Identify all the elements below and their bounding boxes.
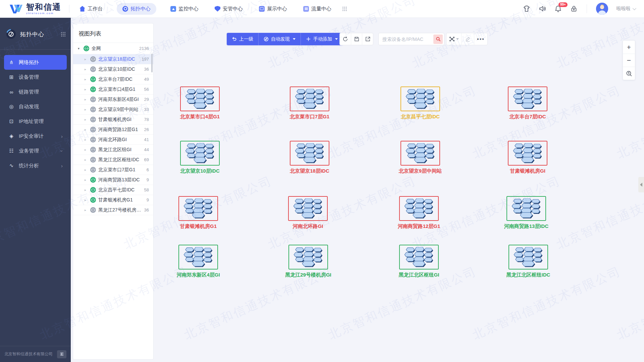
business-management-icon: ☷ bbox=[8, 148, 15, 154]
sidebar-item[interactable]: ⋔ 网络拓扑 › bbox=[4, 55, 67, 70]
caret-right-icon[interactable] bbox=[85, 98, 88, 101]
tree-item[interactable]: 北京望京9层中间站 33 bbox=[73, 105, 153, 115]
view-list-panel: 视图列表 全网 2136 北京望京18层IDC 197 北京望京10层IDC 3… bbox=[73, 23, 154, 360]
theme-skin-icon[interactable] bbox=[523, 5, 530, 12]
flow-center-icon bbox=[303, 6, 309, 12]
nav-menu-item[interactable]: 监控中心 bbox=[168, 3, 201, 15]
sidebar-apps-grid-icon[interactable] bbox=[61, 32, 65, 37]
tree-item[interactable]: 北京丰台7层IDC 49 bbox=[73, 74, 153, 84]
tree-item[interactable]: 黑龙江北区组GI 44 bbox=[73, 145, 153, 155]
broadcast-speaker-icon[interactable] bbox=[539, 5, 546, 12]
topology-node[interactable]: 河南商贸路13层IDC bbox=[496, 196, 556, 230]
tree-item[interactable]: 甘肃银滩机房GI 78 bbox=[73, 115, 153, 125]
topology-node[interactable]: 北京望京18层IDC bbox=[279, 141, 340, 174]
view-count: 2136 bbox=[139, 46, 149, 51]
topology-canvas[interactable]: 上一级 自动发现 手动添加 bbox=[154, 18, 644, 362]
collapse-sidebar-button[interactable] bbox=[57, 350, 66, 358]
caret-right-icon[interactable] bbox=[85, 128, 88, 131]
nav-menu-item[interactable]: 拓扑中心 bbox=[117, 3, 156, 15]
zoom-reset-button[interactable] bbox=[623, 67, 635, 80]
caret-right-icon[interactable] bbox=[85, 108, 88, 111]
lock-icon[interactable] bbox=[570, 5, 578, 12]
view-name: 黑龙江27号楼机房G1 bbox=[98, 207, 142, 213]
caret-right-icon[interactable] bbox=[85, 118, 88, 121]
tree-item[interactable]: 北京望京10层IDC 36 bbox=[73, 64, 153, 74]
view-globe-icon bbox=[90, 86, 96, 92]
logo-subtitle: zhtelecom.com bbox=[26, 12, 61, 15]
tree-item[interactable]: 北京昌平七层IDC 58 bbox=[73, 185, 153, 195]
caret-right-icon[interactable] bbox=[85, 158, 88, 162]
sidebar-item[interactable]: ☷ 业务管理 › bbox=[4, 143, 67, 158]
user-avatar[interactable] bbox=[596, 3, 608, 15]
caret-right-icon[interactable] bbox=[85, 138, 88, 141]
topology-node[interactable]: 北京望京10层IDC bbox=[170, 141, 230, 174]
topology-node[interactable]: 黑龙江29号楼机房GI bbox=[278, 245, 338, 278]
chevron-icon: › bbox=[61, 163, 63, 168]
sidebar-item[interactable]: ◈ IP安全审计 › bbox=[4, 129, 67, 143]
network-topology-icon: ⋔ bbox=[8, 59, 15, 65]
view-globe-icon bbox=[90, 56, 96, 62]
topology-node[interactable]: 北京昌平七层IDC bbox=[390, 86, 450, 120]
nav-menu-item[interactable]: 流量中心 bbox=[301, 3, 333, 15]
tree-item[interactable]: 北京菜市口4层G1 56 bbox=[73, 84, 153, 95]
topology-node[interactable]: 北京菜市口4层G1 bbox=[170, 86, 230, 120]
topology-node[interactable]: 黑龙江北区枢纽GI bbox=[389, 245, 449, 278]
tree-item[interactable]: 北京菜市口7层G1 6 bbox=[73, 165, 153, 175]
view-name: 甘肃银滩机房G1 bbox=[98, 197, 144, 203]
sidebar-item-label: IP安全审计 bbox=[19, 133, 57, 139]
tree-item[interactable]: 黑龙江27号楼机房G1 36 bbox=[73, 205, 153, 215]
tree-item[interactable]: 甘肃银滩机房G1 9 bbox=[73, 195, 153, 205]
caret-right-icon[interactable] bbox=[85, 208, 88, 212]
tree-item[interactable]: 河南商贸路12层G1 26 bbox=[73, 125, 153, 135]
caret-right-icon[interactable] bbox=[85, 198, 88, 202]
apps-grid-icon[interactable] bbox=[342, 6, 347, 11]
tree-item[interactable]: 河南商贸路13层IDC 9 bbox=[73, 175, 153, 185]
app-logo[interactable]: 智和信通 zhtelecom.com bbox=[9, 3, 61, 15]
sidebar-item[interactable]: ◎ 自动发现 › bbox=[4, 99, 67, 114]
zoom-out-button[interactable]: − bbox=[623, 54, 635, 67]
topology-node[interactable]: 河南郑东新区4层GI bbox=[168, 245, 228, 278]
tree-item[interactable]: 河南北环路GI 41 bbox=[73, 135, 153, 145]
caret-right-icon[interactable] bbox=[85, 68, 88, 71]
caret-right-icon[interactable] bbox=[85, 168, 88, 172]
topology-node[interactable]: 甘肃银滩机房G1 bbox=[168, 196, 228, 230]
tree-item[interactable]: 黑龙江北区枢纽IDC 69 bbox=[73, 155, 153, 165]
caret-down-icon[interactable] bbox=[78, 47, 81, 50]
nav-menu-item[interactable]: 安管中心 bbox=[213, 3, 245, 15]
sidebar-item-label: 自动发现 bbox=[19, 104, 63, 110]
topology-node[interactable]: 黑龙江北区枢纽IDC bbox=[498, 245, 558, 278]
caret-right-icon[interactable] bbox=[85, 78, 88, 81]
sidebar-item[interactable]: ∞ 链路管理 › bbox=[4, 84, 67, 99]
scrollbar-thumb[interactable] bbox=[151, 54, 153, 72]
node-cluster-icon bbox=[508, 141, 547, 166]
caret-right-icon[interactable] bbox=[85, 88, 88, 91]
tree-root-item[interactable]: 全网 2136 bbox=[73, 43, 153, 54]
tree-item[interactable]: 北京望京18层IDC 197 bbox=[73, 54, 153, 64]
nav-menu-item[interactable]: 工作台 bbox=[77, 3, 105, 15]
topology-node[interactable]: 河南商贸路12层G1 bbox=[389, 196, 449, 230]
caret-right-icon[interactable] bbox=[85, 188, 88, 192]
right-panel-toggle[interactable] bbox=[638, 177, 644, 192]
node-label: 河南商贸路12层G1 bbox=[389, 223, 449, 230]
tree-item[interactable]: 河南郑东新区4层GI 29 bbox=[73, 95, 153, 105]
view-count: 58 bbox=[144, 187, 149, 192]
view-count: 78 bbox=[144, 117, 149, 122]
nav-menu-label: 监控中心 bbox=[178, 6, 199, 12]
sidebar-item[interactable]: ∿ 统计分析 › bbox=[4, 158, 67, 173]
topology-node[interactable]: 河南北环路GI bbox=[278, 196, 338, 230]
sidebar-item-label: 设备管理 bbox=[19, 74, 63, 80]
nav-menu-item[interactable]: 展示中心 bbox=[257, 3, 289, 15]
topology-node[interactable]: 北京望京9层中间站 bbox=[390, 141, 450, 174]
sidebar-item[interactable]: ⊞ 设备管理 › bbox=[4, 70, 67, 84]
caret-right-icon[interactable] bbox=[85, 58, 88, 61]
caret-right-icon[interactable] bbox=[85, 148, 88, 152]
topology-node[interactable]: 甘肃银滩机房GI bbox=[497, 141, 558, 174]
security-center-icon bbox=[215, 6, 220, 12]
caret-right-icon[interactable] bbox=[85, 178, 88, 182]
topology-node[interactable]: 北京丰台7层IDC bbox=[497, 86, 558, 120]
notification-bell-icon[interactable]: 99+ bbox=[554, 5, 562, 12]
user-menu[interactable]: 啦啦啦 bbox=[616, 6, 635, 12]
topology-node[interactable]: 北京菜市口7层G1 bbox=[279, 86, 340, 120]
sidebar-item[interactable]: ⊡ IP地址管理 › bbox=[4, 114, 67, 129]
zoom-in-button[interactable]: + bbox=[623, 41, 635, 54]
